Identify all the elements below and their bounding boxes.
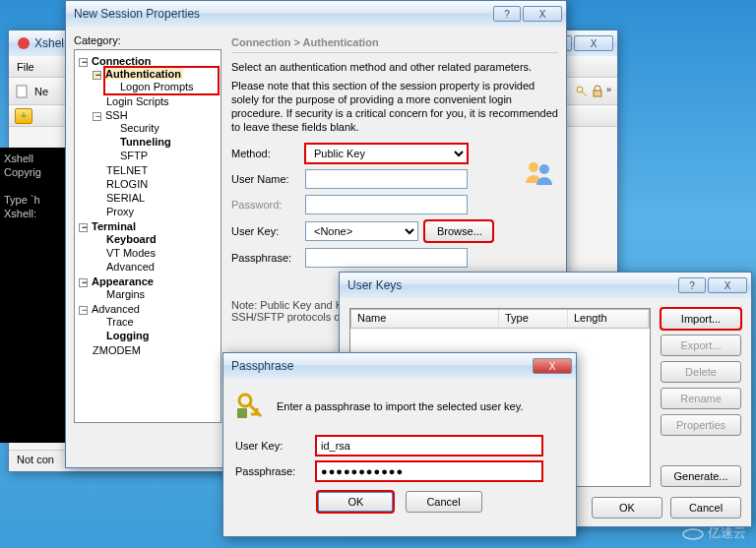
username-label: User Name: bbox=[231, 173, 305, 185]
userkey-select[interactable]: <None> bbox=[305, 221, 418, 241]
tree-terminal[interactable]: Terminal bbox=[90, 220, 138, 232]
tree-login-scripts[interactable]: Login Scripts bbox=[104, 95, 171, 107]
menu-file[interactable]: File bbox=[17, 61, 34, 73]
password-input bbox=[305, 195, 468, 214]
uk-list-header[interactable]: Name Type Length bbox=[350, 309, 650, 329]
tree-authentication[interactable]: Authentication bbox=[103, 68, 183, 80]
browse-button[interactable]: Browse... bbox=[424, 220, 493, 242]
generate-button[interactable]: Generate... bbox=[661, 465, 741, 487]
nsp-close-button[interactable]: X bbox=[523, 6, 562, 22]
tree-keyboard[interactable]: Keyboard bbox=[104, 233, 158, 245]
nsp-titlebar[interactable]: New Session Properties ? X bbox=[66, 1, 566, 27]
cloud-icon bbox=[682, 526, 704, 540]
app-icon bbox=[17, 36, 31, 50]
key-lock-icon bbox=[235, 391, 267, 422]
tree-logging[interactable]: Logging bbox=[104, 330, 151, 341]
pp-close-button[interactable]: X bbox=[533, 358, 572, 374]
auth-desc1: Select an authentication method and othe… bbox=[231, 61, 558, 73]
term-line: Copyrig bbox=[4, 165, 65, 179]
xshell-close-button[interactable]: X bbox=[574, 35, 613, 51]
delete-button: Delete bbox=[661, 361, 741, 383]
rename-button: Rename bbox=[661, 388, 741, 409]
pp-userkey-input[interactable] bbox=[316, 436, 542, 456]
nsp-help-button[interactable]: ? bbox=[493, 6, 521, 22]
tree-rlogin[interactable]: RLOGIN bbox=[104, 178, 150, 190]
uk-ok-button[interactable]: OK bbox=[592, 497, 662, 518]
password-label: Password: bbox=[231, 199, 305, 211]
category-tree[interactable]: −Connection −Authentication Logon Prompt… bbox=[74, 49, 221, 423]
tree-logon-prompts[interactable]: Logon Prompts bbox=[118, 81, 196, 92]
properties-button: Properties bbox=[661, 414, 741, 436]
tree-zmodem[interactable]: ZMODEM bbox=[91, 344, 143, 356]
uk-help-button[interactable]: ? bbox=[678, 277, 706, 293]
tree-margins[interactable]: Margins bbox=[104, 288, 147, 300]
tree-advanced[interactable]: Advanced bbox=[104, 261, 157, 273]
tree-tunneling[interactable]: Tunneling bbox=[118, 136, 173, 148]
export-button: Export... bbox=[661, 335, 741, 356]
term-line: Xshell: bbox=[4, 207, 65, 220]
tree-advanced2[interactable]: Advanced bbox=[90, 303, 142, 315]
svg-point-5 bbox=[539, 164, 549, 174]
users-icon bbox=[523, 144, 558, 274]
svg-rect-3 bbox=[594, 91, 601, 96]
passphrase-dialog: Passphrase X Enter a passphrase to impor… bbox=[222, 352, 577, 537]
terminal-area[interactable]: Xshell Copyrig Type `h Xshell: bbox=[0, 148, 69, 443]
toolbar-new[interactable]: Ne bbox=[34, 86, 48, 97]
chevron-down-icon[interactable]: » bbox=[606, 85, 611, 98]
col-type[interactable]: Type bbox=[499, 310, 568, 328]
col-name[interactable]: Name bbox=[351, 310, 499, 328]
tree-proxy[interactable]: Proxy bbox=[104, 206, 136, 217]
pp-pass-input[interactable] bbox=[316, 461, 542, 481]
passphrase-input[interactable] bbox=[305, 248, 468, 268]
tree-trace[interactable]: Trace bbox=[104, 316, 136, 328]
uk-title: User Keys bbox=[347, 278, 678, 292]
new-icon[interactable] bbox=[15, 84, 31, 99]
tree-ssh[interactable]: SSH bbox=[103, 109, 130, 121]
svg-point-0 bbox=[18, 37, 30, 49]
passphrase-label: Passphrase: bbox=[231, 252, 305, 264]
breadcrumb: Connection > Authentication bbox=[231, 36, 558, 53]
uk-titlebar[interactable]: User Keys ? X bbox=[340, 273, 751, 298]
status-text: Not con bbox=[17, 454, 54, 465]
pp-message: Enter a passphrase to import the selecte… bbox=[277, 400, 523, 412]
term-line: Type `h bbox=[4, 193, 65, 207]
svg-point-8 bbox=[683, 529, 703, 539]
watermark: 亿速云 bbox=[682, 524, 746, 542]
nsp-title: New Session Properties bbox=[74, 7, 493, 21]
pp-userkey-label: User Key: bbox=[235, 440, 316, 452]
uk-close-button[interactable]: X bbox=[708, 277, 747, 293]
pp-title: Passphrase bbox=[231, 359, 533, 373]
svg-rect-7 bbox=[237, 408, 247, 418]
tree-security[interactable]: Security bbox=[118, 122, 161, 134]
auth-desc2: Please note that this section of the ses… bbox=[231, 79, 558, 134]
pp-pass-label: Passphrase: bbox=[235, 465, 316, 477]
tree-appearance[interactable]: Appearance bbox=[90, 275, 156, 287]
uk-cancel-button[interactable]: Cancel bbox=[670, 497, 741, 518]
plus-icon: + bbox=[21, 109, 27, 121]
method-label: Method: bbox=[231, 148, 305, 159]
svg-rect-1 bbox=[17, 86, 27, 97]
pp-cancel-button[interactable]: Cancel bbox=[406, 491, 482, 513]
term-line: Xshell bbox=[4, 152, 65, 165]
pp-titlebar[interactable]: Passphrase X bbox=[223, 353, 576, 379]
svg-point-4 bbox=[529, 162, 538, 172]
import-button[interactable]: Import... bbox=[661, 308, 741, 330]
new-tab-button[interactable]: + bbox=[15, 108, 32, 124]
key-icon[interactable] bbox=[575, 85, 589, 98]
pp-ok-button[interactable]: OK bbox=[317, 491, 394, 513]
tree-telnet[interactable]: TELNET bbox=[104, 164, 150, 176]
method-select[interactable]: Public Key bbox=[305, 144, 468, 163]
col-length[interactable]: Length bbox=[568, 310, 649, 328]
username-input[interactable] bbox=[305, 169, 468, 189]
tree-connection[interactable]: Connection bbox=[90, 55, 154, 67]
userkey-label: User Key: bbox=[231, 225, 305, 237]
lock-icon[interactable] bbox=[591, 85, 604, 98]
tree-sftp[interactable]: SFTP bbox=[118, 150, 150, 161]
tree-vt-modes[interactable]: VT Modes bbox=[104, 247, 158, 259]
category-label: Category: bbox=[74, 34, 221, 46]
tree-serial[interactable]: SERIAL bbox=[104, 192, 147, 204]
